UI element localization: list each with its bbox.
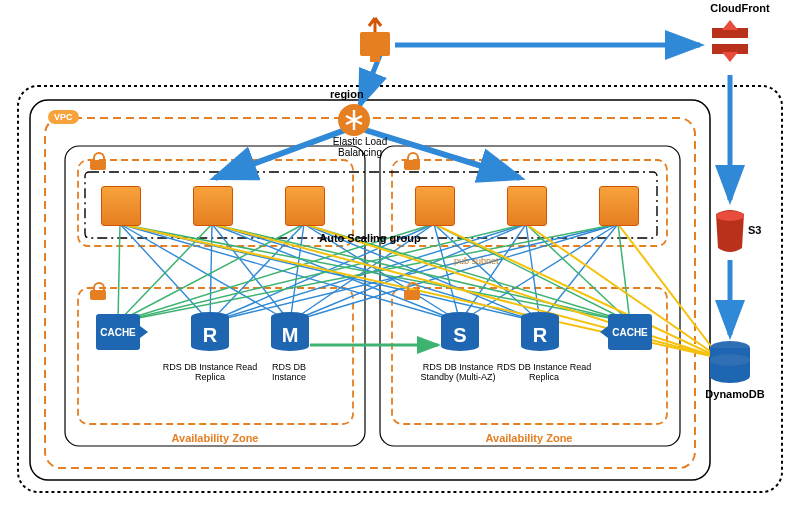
svg-point-62 [710,369,750,383]
lock-icon [404,282,420,300]
lock-icon [90,152,106,170]
cloudfront-label: CloudFront [700,2,780,14]
rds-master-icon: M [271,312,309,358]
az-label: Availability Zone [454,432,604,444]
dynamodb-label: DynamoDB [695,388,775,400]
vpc-badge: VPC [48,110,79,124]
ec2-instance-icon [285,186,325,226]
s3-label: S3 [748,224,761,236]
rds-read-replica-icon: R [191,312,229,358]
ec2-instance-icon [101,186,141,226]
rds-read-label: RDS DB Instance Read Replica [160,362,260,382]
ec2-instance-icon [599,186,639,226]
diagram-svg [0,0,800,506]
az-label: Availability Zone [140,432,290,444]
svg-marker-58 [722,52,738,62]
rds-master-label: RDS DB Instance [254,362,324,382]
svg-marker-57 [722,20,738,30]
rds-standby-icon: S [441,312,479,358]
region-label: region [330,88,364,100]
elasticache-icon: CACHE [608,314,652,350]
rds-standby-label: RDS DB Instance Standby (Multi-AZ) [408,362,508,382]
diagram-root: CACHE CACHE R M S R VPC CloudFront S3 Dy… [0,0,800,506]
svg-rect-52 [360,32,390,56]
asg-label: Auto Scaling group [300,232,440,244]
ec2-instance-icon [193,186,233,226]
rds-read-replica-icon: R [521,312,559,358]
svg-point-59 [716,211,744,221]
ec2-instance-icon [507,186,547,226]
rds-read-label: RDS DB Instance Read Replica [494,362,594,382]
lock-icon [90,282,106,300]
lock-icon [404,152,420,170]
svg-rect-53 [370,56,380,62]
svg-rect-2 [45,118,695,468]
ec2-instance-icon [415,186,455,226]
pubsubnet-label: pub subnet [454,256,499,266]
elasticache-icon: CACHE [96,314,140,350]
elb-label: Elastic Load Balancing [320,136,400,158]
svg-rect-9 [85,172,657,238]
svg-point-63 [710,354,750,366]
